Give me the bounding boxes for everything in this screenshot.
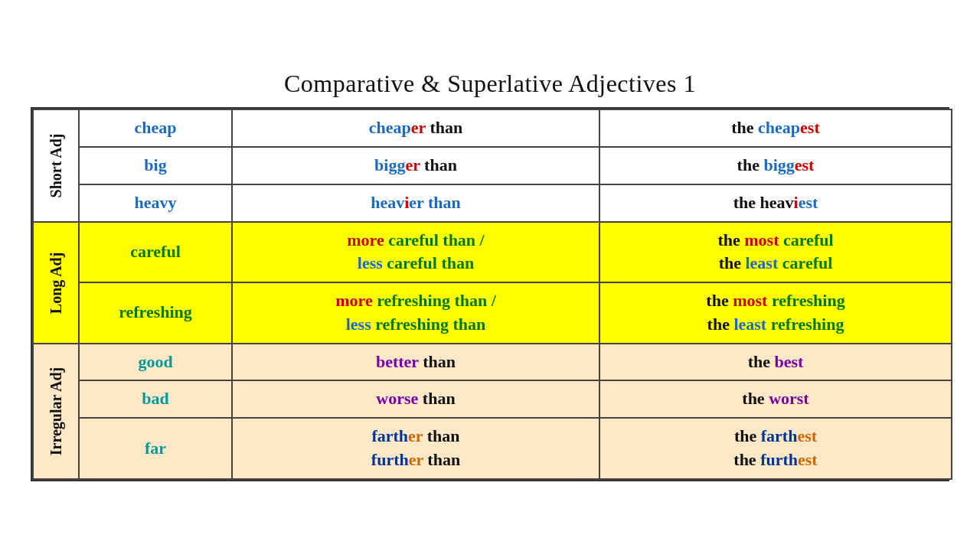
comparative-cell: cheaper than (232, 109, 599, 147)
adjective-cell: cheap (79, 109, 232, 147)
table-row: badworse thanthe worst (33, 380, 952, 418)
superlative-cell: the cheapest (599, 109, 952, 147)
main-table: Short Adjcheapcheaper thanthe cheapestbi… (31, 107, 949, 481)
short-adj-label: Short Adj (33, 109, 79, 221)
comparative-cell: more refreshing than /less refreshing th… (232, 282, 599, 344)
comparative-cell: heavier than (232, 184, 599, 222)
adjective-cell: heavy (79, 184, 232, 222)
superlative-cell: the heaviest (599, 184, 952, 222)
comparative-cell: bigger than (232, 147, 599, 184)
superlative-cell: the worst (599, 380, 952, 418)
table-row: Long Adjcarefulmore careful than /less c… (33, 222, 952, 283)
superlative-cell: the most carefulthe least careful (599, 222, 952, 283)
adjective-cell: careful (79, 222, 232, 283)
table-row: bigbigger thanthe biggest (33, 147, 952, 184)
superlative-cell: the most refreshingthe least refreshing (599, 282, 952, 344)
adjective-cell: refreshing (79, 282, 232, 344)
comparative-cell: worse than (232, 380, 599, 418)
comparative-cell: better than (232, 344, 599, 381)
table-row: heavyheavier thanthe heaviest (33, 184, 952, 222)
adjective-cell: good (79, 344, 232, 381)
long-adj-label: Long Adj (33, 222, 79, 344)
adjective-cell: bad (79, 380, 232, 418)
superlative-cell: the best (599, 344, 952, 381)
page-title: Comparative & Superlative Adjectives 1 (284, 70, 696, 98)
comparative-cell: farther thanfurther than (232, 418, 599, 479)
adjective-cell: big (79, 147, 232, 184)
adjective-cell: far (79, 418, 232, 479)
table-row: refreshingmore refreshing than /less ref… (33, 282, 952, 344)
comparative-cell: more careful than /less careful than (232, 222, 599, 283)
table-row: Short Adjcheapcheaper thanthe cheapest (33, 109, 952, 147)
irregular-adj-label: Irregular Adj (33, 344, 79, 479)
superlative-cell: the farthestthe furthest (599, 418, 952, 479)
superlative-cell: the biggest (599, 147, 952, 184)
table-row: farfarther thanfurther thanthe farthestt… (33, 418, 952, 479)
table-row: Irregular Adjgoodbetter thanthe best (33, 344, 952, 381)
